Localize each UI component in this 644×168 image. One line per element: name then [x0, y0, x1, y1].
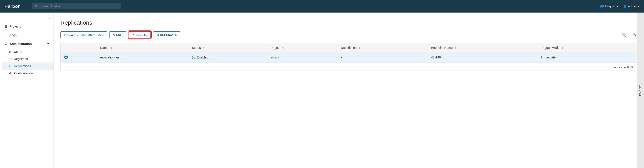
- pagination-info: 1 - 1 of 1 items: [614, 65, 634, 68]
- projects-icon: ⊞: [4, 24, 8, 28]
- col-name[interactable]: Name ▼: [96, 43, 188, 52]
- administration-label: Administration: [10, 42, 32, 46]
- chevron-down-icon: ▾: [617, 4, 618, 8]
- administration-icon: ⊙: [4, 42, 8, 46]
- sidebar-sub-label: Registries: [14, 57, 28, 61]
- col-endpoint-name[interactable]: Endpoint Name ▼: [428, 43, 538, 52]
- table-footer: 1 - 1 of 1 items: [61, 62, 637, 70]
- table-body: replication-test Enabled library - 43-14…: [61, 52, 637, 62]
- nav-divider: [28, 3, 28, 10]
- row-endpoint-name: 43-140: [428, 52, 538, 62]
- search-placeholder: Search Harbor...: [40, 4, 63, 8]
- delete-button[interactable]: ✕ DELETE: [128, 31, 151, 38]
- configuration-icon: ⚙: [9, 72, 12, 75]
- status-sort-icon: ▼: [203, 46, 205, 49]
- row-name: replication-test: [96, 52, 188, 62]
- sidebar-item-label: Projects: [10, 25, 21, 28]
- sidebar-sub-label: Replications: [14, 64, 31, 68]
- sidebar-item-logs[interactable]: ☰ Logs: [0, 31, 54, 40]
- edit-button[interactable]: ✎ EDIT: [109, 31, 126, 38]
- event-panel[interactable]: EVENT: [637, 12, 644, 168]
- row-description: -: [338, 52, 428, 62]
- replications-table: Name ▼ Status ▼ Project ▼ Description: [61, 43, 637, 62]
- toolbar-right: 🔍 ↻: [621, 32, 637, 38]
- sidebar-collapse-button[interactable]: «: [0, 15, 54, 22]
- search-button[interactable]: 🔍: [621, 32, 628, 38]
- row-radio-button[interactable]: [64, 56, 68, 59]
- col-description[interactable]: Description ▼: [338, 43, 428, 52]
- endpoint-sort-icon: ▼: [454, 46, 457, 49]
- main-layout: « ⊞ Projects ☰ Logs ⊙ Administration ∨ ⊕…: [0, 12, 644, 168]
- sidebar-item-registries[interactable]: ⬡ Registries: [2, 55, 54, 62]
- table-row[interactable]: replication-test Enabled library - 43-14…: [61, 52, 637, 62]
- col-trigger-mode[interactable]: Trigger Mode ▼: [538, 43, 637, 52]
- replications-table-container: Name ▼ Status ▼ Project ▼ Description: [60, 43, 637, 71]
- sidebar-sub-label: Configuration: [14, 72, 33, 75]
- replications-icon: ↻: [9, 64, 12, 68]
- status-enabled-icon: [192, 56, 196, 59]
- user-label: admin: [628, 4, 636, 8]
- sidebar-item-projects[interactable]: ⊞ Projects: [0, 22, 54, 31]
- language-selector[interactable]: 🌐 English ▾: [600, 4, 618, 8]
- toolbar: + NEW REPLICATION RULE ✎ EDIT ✕ DELETE ⊙…: [60, 31, 637, 38]
- table-header: Name ▼ Status ▼ Project ▼ Description: [61, 43, 637, 52]
- project-sort-icon: ▼: [282, 46, 284, 49]
- user-icon: 👤: [623, 4, 627, 8]
- administration-chevron-icon: ∨: [47, 42, 49, 46]
- row-selector[interactable]: [61, 52, 96, 62]
- status-enabled: Enabled: [192, 56, 263, 59]
- row-status: Enabled: [188, 52, 267, 62]
- row-project: library: [267, 52, 337, 62]
- toolbar-divider: [630, 32, 630, 38]
- search-bar[interactable]: 🔍 Search Harbor...: [32, 3, 121, 10]
- users-icon: ⊕: [9, 50, 12, 54]
- row-trigger-mode: Immediate: [538, 52, 637, 62]
- status-label: Enabled: [197, 56, 208, 59]
- nav-right: 🌐 English ▾ 👤 admin ▾: [600, 4, 640, 8]
- col-project[interactable]: Project ▼: [267, 43, 337, 52]
- registries-icon: ⬡: [9, 57, 12, 61]
- sidebar-administration-section[interactable]: ⊙ Administration ∨: [0, 40, 54, 48]
- administration-subitems: ⊕ Users ⬡ Registries ↻ Replications ⚙ Co…: [0, 48, 54, 77]
- collapse-icon: «: [48, 16, 50, 20]
- logs-icon: ☰: [4, 33, 8, 37]
- globe-icon: 🌐: [600, 4, 604, 8]
- top-nav: Harbor 🔍 Search Harbor... 🌐 English ▾ 👤 …: [0, 0, 644, 12]
- sidebar-item-label: Logs: [10, 34, 16, 37]
- replicate-button[interactable]: ⊙ REPLICATE: [153, 31, 180, 38]
- trigger-sort-icon: ▼: [561, 46, 564, 49]
- sidebar-sub-label: Users: [14, 50, 22, 54]
- sidebar-item-replications[interactable]: ↻ Replications: [2, 62, 54, 70]
- main-content: Replications + NEW REPLICATION RULE ✎ ED…: [54, 12, 644, 168]
- name-sort-icon: ▼: [110, 46, 113, 49]
- user-menu[interactable]: 👤 admin ▾: [623, 4, 640, 8]
- sidebar: « ⊞ Projects ☰ Logs ⊙ Administration ∨ ⊕…: [0, 12, 54, 168]
- col-status[interactable]: Status ▼: [188, 43, 267, 52]
- language-label: English: [605, 4, 616, 8]
- page-title: Replications: [60, 19, 637, 26]
- search-icon: 🔍: [35, 4, 39, 8]
- refresh-button[interactable]: ↻: [632, 32, 637, 38]
- project-link[interactable]: library: [270, 56, 279, 59]
- app-logo: Harbor: [4, 4, 20, 9]
- user-chevron-icon: ▾: [638, 4, 640, 8]
- event-panel-label: EVENT: [639, 85, 642, 96]
- sidebar-item-users[interactable]: ⊕ Users: [2, 48, 54, 55]
- col-selector: [61, 43, 96, 52]
- new-replication-rule-button[interactable]: + NEW REPLICATION RULE: [60, 31, 107, 38]
- description-sort-icon: ▼: [358, 46, 361, 49]
- sidebar-item-configuration[interactable]: ⚙ Configuration: [2, 70, 54, 77]
